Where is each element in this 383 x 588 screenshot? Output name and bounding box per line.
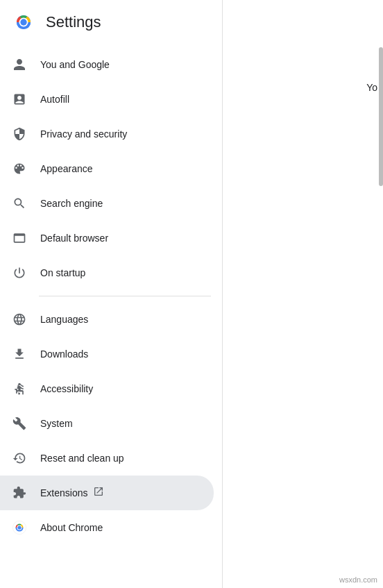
puzzle-icon [11,485,28,501]
sidebar-item-about-chrome[interactable]: About Chrome [0,510,214,545]
sidebar-item-reset-and-cleanup[interactable]: Reset and clean up [0,441,214,476]
external-link-icon [93,486,104,500]
palette-icon [11,160,28,177]
divider-1 [39,296,211,296]
autofill-icon [11,91,28,108]
accessibility-icon [11,380,28,397]
right-panel-text: Yo [366,82,377,93]
sidebar-item-on-startup[interactable]: On startup [0,255,214,290]
sidebar-item-autofill-label: Autofill [40,94,69,105]
search-icon [11,195,28,212]
page-title: Settings [46,13,101,31]
svg-point-8 [17,526,21,529]
sidebar-item-privacy-and-security[interactable]: Privacy and security [0,117,214,151]
sidebar-item-extensions-label: Extensions [40,487,87,498]
sidebar-item-extensions[interactable]: Extensions [0,476,214,510]
sidebar-item-accessibility[interactable]: Accessibility [0,371,214,406]
chrome-logo-icon [11,10,36,35]
sidebar-item-downloads[interactable]: Downloads [0,337,214,371]
sidebar-item-privacy-and-security-label: Privacy and security [40,128,127,140]
shield-icon [11,126,28,142]
extensions-label-wrap: Extensions [40,486,104,500]
sidebar-item-appearance[interactable]: Appearance [0,151,214,186]
right-panel: Yo [222,0,383,588]
sidebar-item-default-browser-label: Default browser [40,233,108,244]
download-icon [11,346,28,362]
sidebar-item-appearance-label: Appearance [40,163,93,174]
globe-icon [11,311,28,328]
svg-point-4 [20,19,26,25]
sidebar-item-on-startup-label: On startup [40,267,85,278]
sidebar-item-autofill[interactable]: Autofill [0,82,214,117]
reset-icon [11,450,28,467]
power-icon [11,264,28,281]
scrollbar[interactable] [379,47,383,186]
sidebar-item-system[interactable]: System [0,406,214,441]
watermark: wsxdn.com [339,576,377,584]
sidebar-item-system-label: System [40,418,73,429]
sidebar-item-you-and-google-label: You and Google [40,59,110,70]
sidebar-item-default-browser[interactable]: Default browser [0,221,214,255]
about-chrome-icon [11,519,28,536]
sidebar-item-reset-and-cleanup-label: Reset and clean up [40,453,124,464]
wrench-icon [11,415,28,432]
sidebar-item-languages[interactable]: Languages [0,302,214,337]
browser-icon [11,230,28,246]
sidebar-item-about-chrome-label: About Chrome [40,522,103,533]
sidebar-item-search-engine[interactable]: Search engine [0,186,214,221]
person-icon [11,56,28,73]
sidebar-item-search-engine-label: Search engine [40,198,103,209]
sidebar-item-you-and-google[interactable]: You and Google [0,47,214,82]
sidebar-item-languages-label: Languages [40,314,88,325]
sidebar-item-accessibility-label: Accessibility [40,383,93,394]
sidebar-item-downloads-label: Downloads [40,348,88,360]
sidebar: You and Google Autofill Privacy and secu… [0,44,222,545]
